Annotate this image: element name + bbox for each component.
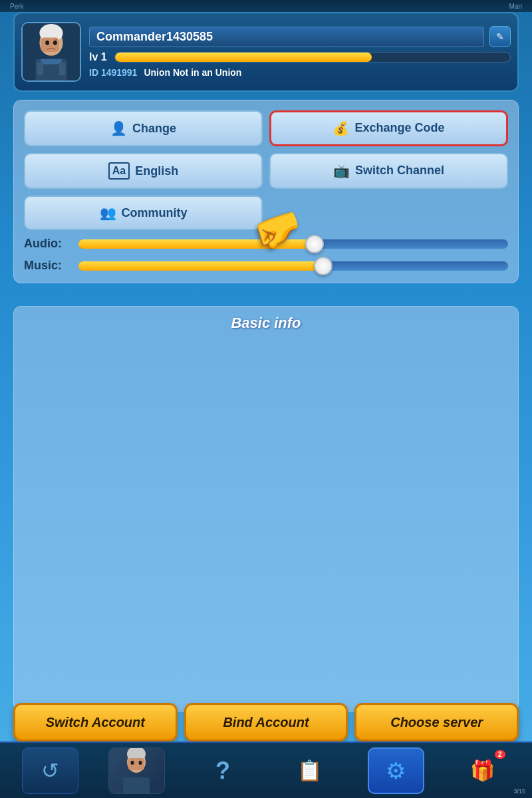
community-icon: 👥 <box>100 205 116 221</box>
avatar <box>21 22 81 82</box>
audio-slider[interactable] <box>78 239 508 249</box>
settings-panel: 👤 Change 💰 Exchange Code Aa English 📺 Sw… <box>13 100 519 283</box>
basic-info-header: Basic info <box>14 307 518 340</box>
back-icon: ↺ <box>41 758 59 783</box>
switch-account-label: Switch Account <box>46 714 145 730</box>
music-label: Music: <box>24 259 70 273</box>
svg-point-15 <box>139 761 142 765</box>
language-button[interactable]: Aa English <box>24 153 263 189</box>
exchange-icon: 💰 <box>332 120 349 136</box>
chest-badge: 2 <box>495 750 505 759</box>
top-bar-left: Perk <box>10 3 24 10</box>
union-status: Union Not in an Union <box>144 67 241 78</box>
svg-rect-10 <box>59 63 66 76</box>
community-button[interactable]: 👥 Community <box>24 196 263 230</box>
music-thumb[interactable] <box>314 257 332 275</box>
language-icon: Aa <box>108 162 130 180</box>
svg-point-14 <box>131 761 134 765</box>
basic-info-section: Basic info <box>13 306 519 712</box>
nav-chest-button[interactable]: 🎁 2 <box>454 747 511 794</box>
audio-label: Audio: <box>24 237 70 251</box>
exp-bar <box>114 52 511 63</box>
channel-icon: 📺 <box>333 163 350 179</box>
svg-point-6 <box>53 41 57 45</box>
svg-point-5 <box>45 41 49 45</box>
chest-icon: 🎁 <box>470 759 495 782</box>
music-slider-row: Music: <box>24 259 508 273</box>
top-bar-right: Man <box>509 3 522 10</box>
profile-card: Commander1430585 ✎ lv 1 ID 1491991 Union… <box>13 12 519 92</box>
username-display: Commander1430585 <box>89 27 484 47</box>
settings-icon: ⚙ <box>386 757 406 784</box>
language-label: English <box>135 164 178 178</box>
switch-account-button[interactable]: Switch Account <box>13 703 178 741</box>
choose-server-button[interactable]: Choose server <box>354 703 519 741</box>
top-bar: Perk Man <box>0 0 532 12</box>
exchange-code-button[interactable]: 💰 Exchange Code <box>269 110 508 146</box>
exchange-code-label: Exchange Code <box>354 121 444 136</box>
player-id: ID 1491991 <box>89 67 137 78</box>
bind-account-label: Bind Account <box>223 714 309 730</box>
settings-buttons-grid: 👤 Change 💰 Exchange Code Aa English 📺 Sw… <box>24 110 508 230</box>
community-label: Community <box>122 206 188 220</box>
audio-slider-row: Audio: <box>24 237 508 251</box>
menu-icon: 📋 <box>297 759 322 782</box>
bottom-buttons-row: Switch Account Bind Account Choose serve… <box>13 703 519 741</box>
change-icon: 👤 <box>110 120 127 136</box>
nav-settings-button[interactable]: ⚙ <box>368 747 424 794</box>
nav-bar: ↺ 3/15 ? 📋 ⚙ 🎁 2 <box>0 741 532 798</box>
switch-channel-label: Switch Channel <box>355 164 444 178</box>
music-fill <box>78 261 323 271</box>
nav-help-button[interactable]: ? <box>195 747 251 794</box>
svg-rect-9 <box>37 63 44 76</box>
exp-bar-fill <box>115 53 372 62</box>
help-icon: ? <box>215 757 230 785</box>
level-display: lv 1 <box>89 51 109 63</box>
audio-fill <box>78 239 315 249</box>
nav-menu-button[interactable]: 📋 <box>281 747 338 794</box>
bind-account-button[interactable]: Bind Account <box>184 703 348 741</box>
music-slider[interactable] <box>78 261 508 271</box>
nav-back-button[interactable]: ↺ <box>22 747 78 794</box>
svg-rect-13 <box>128 758 144 770</box>
choose-server-label: Choose server <box>390 714 483 730</box>
edit-username-button[interactable]: ✎ <box>489 26 511 47</box>
profile-info: Commander1430585 ✎ lv 1 ID 1491991 Union… <box>89 26 511 78</box>
slider-section: Audio: Music: <box>24 237 508 273</box>
change-button[interactable]: 👤 Change <box>24 110 263 146</box>
audio-thumb[interactable] <box>305 235 324 253</box>
switch-channel-button[interactable]: 📺 Switch Channel <box>269 153 508 189</box>
nav-character-icon[interactable]: 3/15 <box>108 747 165 794</box>
change-label: Change <box>132 122 176 136</box>
svg-rect-8 <box>41 59 61 65</box>
svg-rect-16 <box>123 777 150 794</box>
